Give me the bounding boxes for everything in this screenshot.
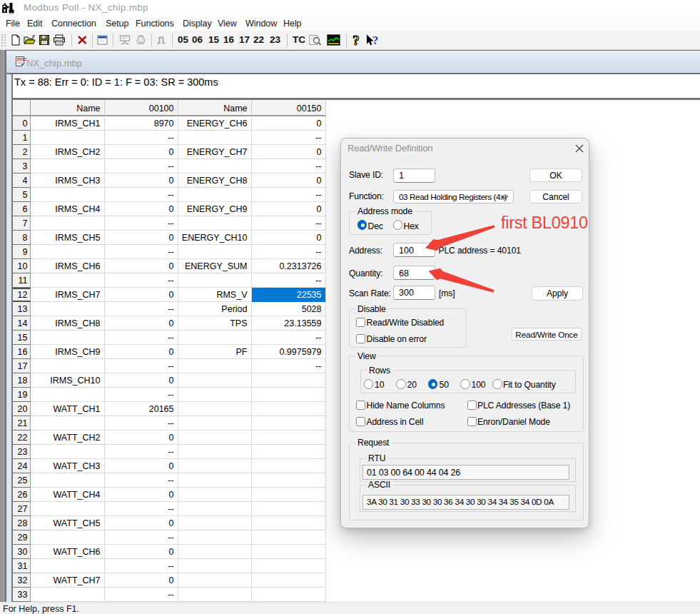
svg-text:DOC: DOC: [17, 57, 26, 61]
svg-text:?: ?: [352, 34, 360, 47]
svg-text:?: ?: [372, 34, 379, 47]
